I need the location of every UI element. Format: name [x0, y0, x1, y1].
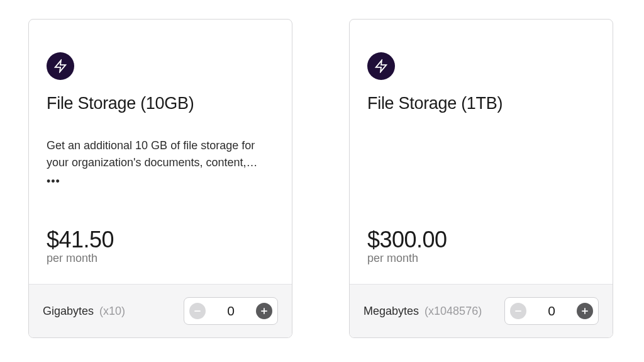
lightning-icon [47, 52, 74, 80]
increment-button[interactable] [256, 303, 272, 319]
unit-label: Megabytes [364, 305, 419, 317]
unit-label-group: Gigabytes (x10) [43, 305, 125, 318]
plus-icon [260, 307, 269, 315]
svg-marker-0 [55, 60, 66, 72]
minus-icon [514, 307, 523, 315]
unit-multiplier: (x10) [99, 305, 125, 317]
pricing-card-1tb: File Storage (1TB) $300.00 per month Meg… [349, 19, 613, 338]
svg-marker-4 [376, 60, 387, 72]
card-body: File Storage (1TB) $300.00 per month [350, 20, 613, 284]
unit-label: Gigabytes [43, 305, 94, 317]
price-value: $300.00 [367, 228, 595, 252]
price-period: per month [367, 252, 595, 265]
unit-label-group: Megabytes (x1048576) [364, 305, 482, 318]
plus-icon [580, 307, 589, 315]
card-title: File Storage (1TB) [367, 94, 595, 113]
quantity-value: 0 [221, 303, 240, 319]
decrement-button[interactable] [189, 303, 206, 319]
more-dots-icon[interactable]: ••• [47, 175, 274, 188]
minus-icon [193, 307, 202, 315]
decrement-button[interactable] [510, 303, 526, 319]
quantity-value: 0 [542, 303, 561, 319]
lightning-icon [367, 52, 395, 80]
increment-button[interactable] [577, 303, 593, 319]
pricing-card-10gb: File Storage (10GB) Get an additional 10… [28, 19, 292, 338]
card-title: File Storage (10GB) [47, 94, 274, 113]
pricing-cards-container: File Storage (10GB) Get an additional 10… [28, 19, 616, 338]
unit-multiplier: (x1048576) [425, 305, 482, 317]
price-block: $300.00 per month [367, 228, 595, 265]
price-block: $41.50 per month [47, 228, 274, 265]
quantity-stepper: 0 [184, 297, 278, 325]
price-value: $41.50 [47, 228, 274, 252]
card-footer: Gigabytes (x10) 0 [29, 284, 292, 337]
card-description: Get an additional 10 GB of file storage … [47, 137, 274, 171]
price-period: per month [47, 252, 274, 265]
card-body: File Storage (10GB) Get an additional 10… [29, 20, 292, 284]
card-footer: Megabytes (x1048576) 0 [350, 284, 613, 337]
quantity-stepper: 0 [504, 297, 599, 325]
